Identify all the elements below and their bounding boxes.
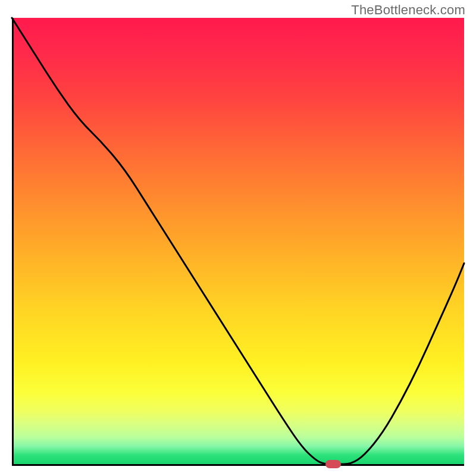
- x-axis-line: [12, 464, 464, 466]
- watermark-text: TheBottleneck.com: [351, 2, 465, 18]
- optimal-point-marker: [325, 460, 341, 468]
- chart-frame: TheBottleneck.com: [0, 0, 476, 476]
- bottleneck-curve: [12, 18, 464, 464]
